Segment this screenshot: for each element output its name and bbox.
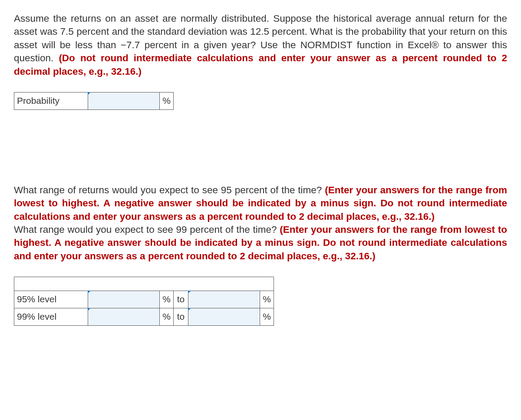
level-99-to: to (174, 308, 188, 326)
level-95-to: to (174, 291, 188, 308)
level-99-low-unit: % (160, 308, 174, 326)
probability-label: Probability (14, 92, 88, 109)
level-95-low-input[interactable] (91, 293, 157, 306)
q1-instruction: (Do not round intermediate calculations … (14, 53, 507, 76)
level-99-low-input[interactable] (91, 310, 157, 324)
level-95-high-cell (188, 291, 260, 308)
level-99-high-cell (188, 308, 260, 326)
probability-table: Probability % (14, 92, 174, 110)
level-95-low-cell (88, 291, 160, 308)
question-1-text: Assume the returns on an asset are norma… (14, 12, 507, 78)
blank-header-1 (14, 277, 88, 291)
q2b-body: What range would you expect to see 99 pe… (14, 224, 280, 235)
level-99-label: 99% level (14, 308, 88, 326)
q2a-body: What range of returns would you expect t… (14, 185, 325, 195)
blank-header-2 (88, 277, 274, 291)
level-95-low-unit: % (160, 291, 174, 308)
table-row: Probability % (14, 92, 174, 109)
probability-input[interactable] (91, 94, 157, 108)
level-99-high-unit: % (260, 308, 274, 326)
level-95-high-unit: % (260, 291, 274, 308)
table-row: 99% level % to % (14, 308, 274, 326)
level-99-high-input[interactable] (191, 310, 257, 324)
level-99-low-cell (88, 308, 160, 326)
probability-input-cell (88, 92, 160, 109)
probability-unit: % (160, 92, 174, 109)
level-95-label: 95% level (14, 291, 88, 308)
range-table: 95% level % to % 99% level % to % (14, 277, 274, 326)
question-2-text: What range of returns would you expect t… (14, 184, 507, 263)
level-95-high-input[interactable] (191, 293, 257, 306)
table-row: 95% level % to % (14, 291, 274, 308)
table-header-row (14, 277, 274, 291)
